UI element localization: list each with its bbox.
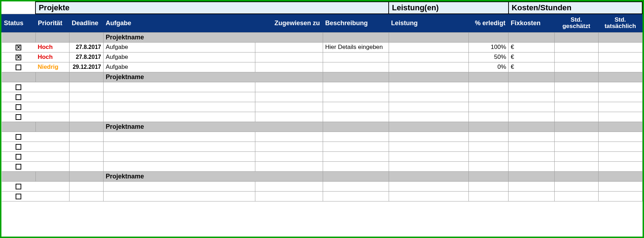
cell-fixkosten[interactable]: € <box>509 42 554 52</box>
cell-std-geschaetzt[interactable] <box>554 52 598 62</box>
cell-std-tatsaechlich[interactable] <box>598 52 642 62</box>
cell-deadline[interactable] <box>70 142 104 151</box>
cell-status[interactable] <box>2 62 36 72</box>
cell-erledigt[interactable] <box>468 142 509 151</box>
cell-zugewiesen[interactable] <box>255 42 323 52</box>
cell-leistung[interactable] <box>389 42 468 52</box>
cell-aufgabe[interactable] <box>103 181 255 191</box>
cell-status[interactable] <box>2 161 36 171</box>
cell-status[interactable] <box>2 52 36 62</box>
cell-std-tatsaechlich[interactable] <box>598 142 642 151</box>
cell-zugewiesen[interactable] <box>255 62 323 72</box>
cell-fixkosten[interactable]: € <box>509 62 554 72</box>
cell-beschreibung[interactable] <box>323 181 389 191</box>
cell-aufgabe[interactable] <box>103 132 255 142</box>
cell-std-geschaetzt[interactable] <box>554 92 598 102</box>
cell-leistung[interactable] <box>389 82 468 92</box>
cell-aufgabe[interactable] <box>103 102 255 112</box>
cell-erledigt[interactable] <box>468 181 509 191</box>
cell-prioritaet[interactable] <box>35 191 70 201</box>
cell-std-tatsaechlich[interactable] <box>598 102 642 112</box>
cell-prioritaet[interactable]: Niedrig <box>35 62 70 72</box>
cell-erledigt[interactable] <box>468 112 509 122</box>
cell-deadline[interactable] <box>70 92 104 102</box>
cell-status[interactable] <box>2 142 36 151</box>
cell-std-geschaetzt[interactable] <box>554 62 598 72</box>
cell-erledigt[interactable] <box>468 132 509 142</box>
cell-aufgabe[interactable] <box>103 161 255 171</box>
cell-status[interactable] <box>2 92 36 102</box>
cell-beschreibung[interactable] <box>323 161 389 171</box>
cell-zugewiesen[interactable] <box>255 142 323 151</box>
cell-zugewiesen[interactable] <box>255 92 323 102</box>
cell-zugewiesen[interactable] <box>255 102 323 112</box>
cell-status[interactable] <box>2 82 36 92</box>
cell-std-geschaetzt[interactable] <box>554 112 598 122</box>
cell-std-geschaetzt[interactable] <box>554 142 598 151</box>
cell-beschreibung[interactable] <box>323 151 389 161</box>
cell-std-geschaetzt[interactable] <box>554 42 598 52</box>
cell-erledigt[interactable]: 0% <box>468 62 509 72</box>
checkbox-icon[interactable] <box>16 84 21 90</box>
cell-std-tatsaechlich[interactable] <box>598 151 642 161</box>
cell-std-tatsaechlich[interactable] <box>598 62 642 72</box>
cell-deadline[interactable] <box>70 151 104 161</box>
cell-leistung[interactable] <box>389 132 468 142</box>
cell-aufgabe[interactable] <box>103 151 255 161</box>
cell-erledigt[interactable] <box>468 102 509 112</box>
cell-prioritaet[interactable] <box>35 82 70 92</box>
cell-std-geschaetzt[interactable] <box>554 82 598 92</box>
cell-deadline[interactable]: 29.12.2017 <box>70 62 104 72</box>
cell-leistung[interactable] <box>389 191 468 201</box>
cell-leistung[interactable] <box>389 151 468 161</box>
cell-std-geschaetzt[interactable] <box>554 181 598 191</box>
checkbox-icon[interactable] <box>16 104 21 110</box>
cell-std-tatsaechlich[interactable] <box>598 112 642 122</box>
cell-deadline[interactable]: 27.8.2017 <box>70 52 104 62</box>
cell-zugewiesen[interactable] <box>255 112 323 122</box>
cell-leistung[interactable] <box>389 92 468 102</box>
cell-std-geschaetzt[interactable] <box>554 191 598 201</box>
cell-zugewiesen[interactable] <box>255 52 323 62</box>
cell-status[interactable] <box>2 181 36 191</box>
cell-beschreibung[interactable] <box>323 62 389 72</box>
cell-beschreibung[interactable] <box>323 112 389 122</box>
cell-fixkosten[interactable] <box>509 181 554 191</box>
cell-aufgabe[interactable] <box>103 112 255 122</box>
cell-deadline[interactable]: 27.8.2017 <box>70 42 104 52</box>
cell-status[interactable] <box>2 191 36 201</box>
cell-std-geschaetzt[interactable] <box>554 132 598 142</box>
cell-prioritaet[interactable] <box>35 151 70 161</box>
cell-zugewiesen[interactable] <box>255 181 323 191</box>
cell-aufgabe[interactable]: Aufgabe <box>103 62 255 72</box>
cell-beschreibung[interactable] <box>323 52 389 62</box>
cell-aufgabe[interactable]: Aufgabe <box>103 42 255 52</box>
cell-fixkosten[interactable] <box>509 161 554 171</box>
cell-status[interactable] <box>2 42 36 52</box>
cell-zugewiesen[interactable] <box>255 132 323 142</box>
cell-deadline[interactable] <box>70 181 104 191</box>
cell-status[interactable] <box>2 102 36 112</box>
cell-std-tatsaechlich[interactable] <box>598 191 642 201</box>
cell-prioritaet[interactable] <box>35 161 70 171</box>
cell-erledigt[interactable]: 50% <box>468 52 509 62</box>
cell-std-geschaetzt[interactable] <box>554 161 598 171</box>
cell-fixkosten[interactable] <box>509 142 554 151</box>
cell-status[interactable] <box>2 112 36 122</box>
cell-leistung[interactable] <box>389 52 468 62</box>
cell-fixkosten[interactable] <box>509 92 554 102</box>
cell-prioritaet[interactable] <box>35 102 70 112</box>
cell-beschreibung[interactable] <box>323 142 389 151</box>
checkbox-icon[interactable] <box>16 65 21 70</box>
cell-status[interactable] <box>2 132 36 142</box>
cell-fixkosten[interactable] <box>509 151 554 161</box>
checkbox-icon[interactable] <box>16 144 21 150</box>
cell-prioritaet[interactable] <box>35 181 70 191</box>
checkbox-icon[interactable] <box>16 154 21 160</box>
cell-leistung[interactable] <box>389 161 468 171</box>
cell-beschreibung[interactable] <box>323 92 389 102</box>
cell-prioritaet[interactable]: Hoch <box>35 42 70 52</box>
cell-aufgabe[interactable] <box>103 191 255 201</box>
checkbox-icon[interactable] <box>16 134 21 140</box>
cell-beschreibung[interactable] <box>323 191 389 201</box>
